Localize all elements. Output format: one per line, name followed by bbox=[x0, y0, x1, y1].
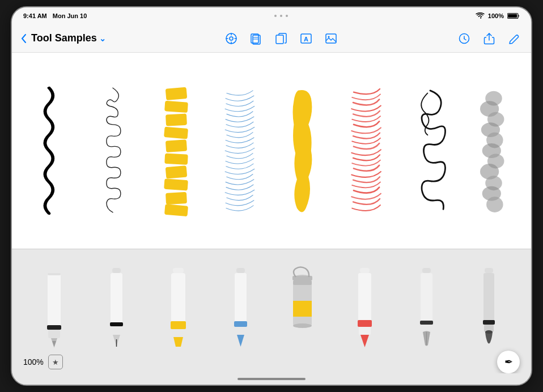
toolbar-right bbox=[456, 31, 522, 46]
svg-rect-60 bbox=[235, 273, 247, 324]
svg-rect-61 bbox=[234, 321, 247, 327]
stroke-marker-yellow[interactable] bbox=[145, 64, 208, 237]
svg-rect-22 bbox=[166, 113, 187, 126]
svg-rect-1 bbox=[508, 14, 517, 18]
svg-rect-41 bbox=[49, 269, 60, 273]
bottom-panel: 100% ★ ✒ bbox=[12, 249, 531, 373]
svg-rect-23 bbox=[164, 127, 188, 139]
status-bar: 9:41 AM Mon Jun 10 100% bbox=[12, 7, 531, 24]
svg-marker-74 bbox=[360, 335, 369, 347]
zoom-level: 100% bbox=[23, 357, 44, 367]
svg-rect-54 bbox=[173, 268, 184, 273]
dot-3 bbox=[286, 15, 288, 17]
toolbar-center: A bbox=[111, 31, 452, 46]
svg-point-40 bbox=[486, 197, 503, 212]
home-bar bbox=[237, 378, 306, 380]
svg-rect-68 bbox=[293, 280, 312, 285]
svg-rect-48 bbox=[112, 268, 121, 273]
svg-rect-28 bbox=[166, 192, 187, 204]
tool-fountain-pen[interactable] bbox=[39, 266, 70, 351]
svg-marker-47 bbox=[52, 341, 56, 347]
markup-icon[interactable] bbox=[223, 31, 239, 46]
svg-point-16 bbox=[328, 36, 329, 37]
svg-text:A: A bbox=[304, 36, 308, 42]
battery-percent: 100% bbox=[488, 12, 504, 19]
svg-rect-75 bbox=[422, 268, 431, 273]
star-button[interactable]: ★ bbox=[48, 355, 63, 369]
zoom-area: 100% ★ bbox=[23, 355, 63, 369]
svg-rect-49 bbox=[111, 273, 122, 327]
svg-rect-77 bbox=[420, 321, 433, 325]
copy-icon[interactable] bbox=[273, 31, 289, 46]
canvas-content bbox=[12, 53, 531, 249]
star-icon: ★ bbox=[52, 358, 59, 367]
back-button[interactable] bbox=[21, 33, 27, 44]
tool-calligraphy-pen[interactable] bbox=[411, 266, 442, 351]
svg-rect-59 bbox=[236, 268, 245, 273]
canvas-area bbox=[12, 53, 531, 249]
back-chevron-icon bbox=[21, 33, 27, 44]
title-chevron-icon[interactable]: ⌄ bbox=[99, 34, 106, 43]
svg-rect-21 bbox=[164, 101, 188, 113]
battery-icon bbox=[507, 12, 520, 19]
svg-point-3 bbox=[230, 37, 233, 40]
share-icon[interactable] bbox=[481, 31, 497, 46]
svg-rect-76 bbox=[421, 273, 432, 324]
svg-rect-45 bbox=[48, 330, 60, 338]
tool-paint-can[interactable] bbox=[287, 266, 318, 351]
dot-1 bbox=[274, 15, 277, 17]
stroke-ink-flourish[interactable] bbox=[398, 64, 462, 237]
tool-brush[interactable] bbox=[473, 266, 504, 351]
pages-icon[interactable] bbox=[248, 31, 264, 46]
svg-rect-72 bbox=[358, 320, 372, 327]
stroke-brush-smoke[interactable] bbox=[462, 64, 525, 237]
svg-point-84 bbox=[485, 330, 493, 334]
tool-marker[interactable] bbox=[163, 266, 194, 351]
toolbar: Tool Samples ⌄ bbox=[12, 24, 531, 53]
pen-fab-button[interactable]: ✒ bbox=[497, 351, 520, 373]
svg-rect-81 bbox=[483, 273, 494, 323]
stroke-pencil-blue[interactable] bbox=[208, 64, 272, 237]
svg-rect-12 bbox=[276, 35, 283, 44]
stroke-pen-squiggle[interactable] bbox=[18, 64, 81, 237]
svg-rect-24 bbox=[166, 139, 187, 152]
tools-row bbox=[12, 249, 531, 351]
image-icon[interactable] bbox=[323, 31, 339, 46]
dot-2 bbox=[280, 15, 282, 17]
home-indicator bbox=[12, 373, 531, 385]
svg-rect-71 bbox=[358, 273, 371, 323]
svg-point-69 bbox=[293, 323, 312, 328]
toolbar-left: Tool Samples ⌄ bbox=[21, 32, 106, 44]
svg-marker-58 bbox=[173, 337, 183, 347]
stroke-crayon-red[interactable] bbox=[335, 64, 398, 237]
stroke-pen-loops[interactable] bbox=[81, 64, 145, 237]
bottom-bar: 100% ★ ✒ bbox=[12, 351, 531, 373]
svg-rect-26 bbox=[166, 165, 188, 178]
svg-rect-57 bbox=[172, 329, 185, 337]
svg-rect-78 bbox=[421, 325, 432, 332]
svg-rect-42 bbox=[48, 273, 61, 330]
tool-crayon[interactable] bbox=[349, 266, 380, 351]
svg-rect-50 bbox=[110, 322, 123, 326]
status-time: 9:41 AM bbox=[23, 12, 47, 19]
stroke-fill-yellow[interactable] bbox=[272, 64, 335, 237]
svg-rect-67 bbox=[293, 301, 312, 317]
text-icon[interactable]: A bbox=[298, 31, 314, 46]
tool-felt-pen[interactable] bbox=[225, 266, 256, 351]
history-icon[interactable] bbox=[456, 31, 472, 46]
svg-rect-51 bbox=[111, 326, 122, 335]
pen-fab-icon: ✒ bbox=[504, 356, 513, 368]
svg-rect-80 bbox=[485, 268, 493, 273]
svg-line-19 bbox=[464, 39, 466, 40]
ipad-frame: 9:41 AM Mon Jun 10 100% bbox=[11, 6, 532, 386]
svg-rect-27 bbox=[164, 178, 188, 190]
tool-technical-pen[interactable] bbox=[101, 266, 132, 351]
title-area: Tool Samples ⌄ bbox=[29, 32, 106, 44]
svg-rect-62 bbox=[235, 327, 246, 335]
svg-rect-43 bbox=[48, 273, 61, 275]
svg-rect-20 bbox=[166, 87, 188, 100]
svg-rect-25 bbox=[164, 153, 188, 165]
status-bar-dots bbox=[274, 15, 288, 17]
edit-icon[interactable] bbox=[506, 31, 522, 46]
svg-rect-55 bbox=[171, 273, 185, 324]
